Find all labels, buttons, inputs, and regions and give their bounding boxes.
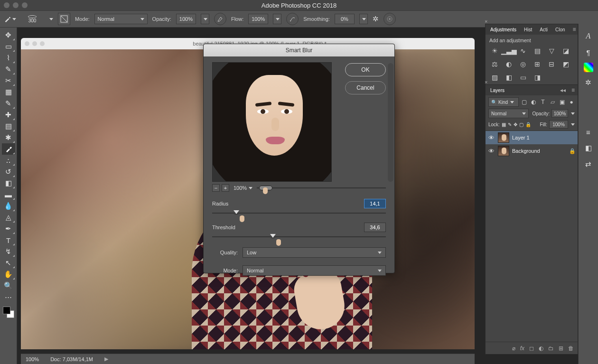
opacity-value[interactable]: 100% [176,14,196,24]
zoom-out-button[interactable]: − [212,184,220,192]
history-brush-tool[interactable]: ↺ [2,166,15,177]
fill-value[interactable]: 100% [549,120,568,129]
posterize-icon[interactable]: ▨ [489,73,500,82]
color-lookup-icon[interactable]: ⊟ [546,59,557,69]
cancel-button[interactable]: Cancel [345,81,386,94]
airbrush-icon[interactable] [286,13,299,25]
lock-image-icon[interactable]: ✎ [508,122,512,127]
toolbar-more[interactable]: ⋯ [2,291,15,303]
layers-close-icon[interactable]: × [485,79,487,85]
eraser-tool[interactable]: ◧ [2,177,15,189]
lock-artboard-icon[interactable]: ▢ [519,122,523,127]
threshold-input[interactable] [364,223,386,232]
character-panel-icon[interactable]: A [583,30,594,42]
smoothing-dropdown[interactable] [359,14,368,24]
tab-adjustments[interactable]: Adjustments [488,26,518,33]
layer-opacity-value[interactable]: 100% [551,109,568,118]
curves-icon[interactable]: ∿ [518,46,528,56]
gradient-map-icon[interactable]: ▭ [518,73,528,82]
status-zoom[interactable]: 100% [26,356,39,362]
gradient-tool[interactable]: ▬ [2,189,15,200]
smoothing-value[interactable]: 0% [335,14,355,24]
opacity-dropdown[interactable] [201,14,209,24]
visibility-icon[interactable]: 👁 [487,134,495,141]
tab-clone[interactable]: Clon [553,26,567,33]
selective-color-icon[interactable]: ◨ [532,73,542,82]
brush-tool[interactable] [2,143,15,155]
filter-type-icon[interactable]: T [540,99,546,105]
blend-mode-select[interactable]: Normal [94,14,148,24]
move-tool[interactable]: ✥ [2,29,15,41]
filter-shape-icon[interactable]: ▱ [549,99,556,105]
patch-tool[interactable]: ✱ [2,132,15,143]
tk-panel-icon[interactable] [584,63,593,72]
status-more-icon[interactable]: ▶ [104,356,108,362]
layer-thumbnail[interactable] [498,132,509,143]
pen-tool[interactable]: ✒ [2,223,15,234]
panel-menu-icon[interactable]: ≡ [573,26,576,33]
link-layers-icon[interactable]: ⌀ [512,345,515,352]
delete-layer-icon[interactable]: 🗑 [568,345,574,352]
threshold-slider[interactable] [212,234,386,240]
opacity-pressure-icon[interactable] [214,13,226,25]
new-layer-icon[interactable]: ⊞ [559,345,563,352]
layer-thumbnail[interactable] [498,146,509,156]
dodge-tool[interactable]: ◬ [2,212,15,223]
doc-close-icon[interactable] [25,41,29,46]
filter-type-select[interactable]: 🔍Kind [488,97,519,107]
marching-ants-tool[interactable]: ▤ [2,121,15,132]
photo-filter-icon[interactable]: ◎ [518,59,528,69]
brightness-contrast-icon[interactable]: ☀ [489,46,500,56]
quality-select[interactable]: Low [243,247,386,258]
layer-mask-icon[interactable]: ◻ [529,345,534,352]
path-selection-tool[interactable]: ↯ [2,246,15,257]
doc-min-icon[interactable] [32,41,37,46]
hue-sat-icon[interactable]: ◪ [561,46,571,56]
clone-stamp-tool[interactable]: ⛬ [2,155,15,166]
filter-pixel-icon[interactable]: ▢ [521,99,527,105]
threshold-adj-icon[interactable]: ◧ [504,73,514,82]
navigator-panel-icon[interactable]: ✲ [583,77,594,88]
properties-panel-icon[interactable]: ◧ [583,142,594,154]
tab-layers[interactable]: Layers [488,87,506,94]
type-tool[interactable]: T [2,234,15,246]
paragraph-panel-icon[interactable]: ¶ [583,47,594,58]
lock-all-icon[interactable]: 🔒 [525,122,531,127]
ok-button[interactable]: OK [345,63,386,76]
zoom-tool[interactable]: 🔍 [2,280,15,291]
flow-value[interactable]: 100% [248,14,268,24]
lock-position-icon[interactable]: ✥ [514,122,517,127]
filter-smart-icon[interactable]: ▣ [559,99,565,105]
exposure-icon[interactable]: ▤ [532,46,542,56]
eyedropper-tool[interactable]: ✎ [2,98,15,109]
layer-style-icon[interactable]: fx [520,345,524,352]
radius-slider[interactable] [212,210,386,216]
adjustments-close-icon[interactable]: × [485,19,487,24]
bw-icon[interactable]: ◐ [504,59,514,69]
new-group-icon[interactable]: 🗀 [548,345,554,352]
tool-preset-picker[interactable] [4,13,16,25]
color-swatches[interactable] [2,306,15,319]
zoom-in-button[interactable]: + [222,184,229,192]
color-balance-icon[interactable]: ⚖ [489,59,500,69]
channel-mixer-icon[interactable]: ⊞ [532,59,542,69]
zoom-value[interactable]: 100% [231,184,255,192]
layer-name[interactable]: Background [512,148,540,154]
invert-icon[interactable]: ◩ [561,59,571,69]
hand-tool[interactable]: ✋ [2,269,15,280]
filter-adjustment-icon[interactable]: ◐ [530,99,537,105]
flow-dropdown[interactable] [273,14,281,24]
brush-panel-toggle-icon[interactable] [58,13,70,25]
quick-selection-tool[interactable]: ✎ [2,64,15,75]
direct-selection-tool[interactable]: ↖ [2,257,15,269]
layers-menu-icon[interactable]: ≡ [571,87,575,93]
size-pressure-icon[interactable] [383,13,396,25]
channels-panel-icon[interactable]: ⇄ [583,159,594,170]
dialog-mode-select[interactable]: Normal [243,265,386,276]
filter-toggle-icon[interactable]: ● [568,99,575,105]
smoothing-options-icon[interactable]: ✲ [373,15,379,23]
healing-brush-tool[interactable]: ✚ [2,109,15,121]
dialog-preview[interactable] [212,62,332,182]
layer-row[interactable]: 👁 Layer 1 [486,131,578,144]
layer-name[interactable]: Layer 1 [512,135,530,140]
